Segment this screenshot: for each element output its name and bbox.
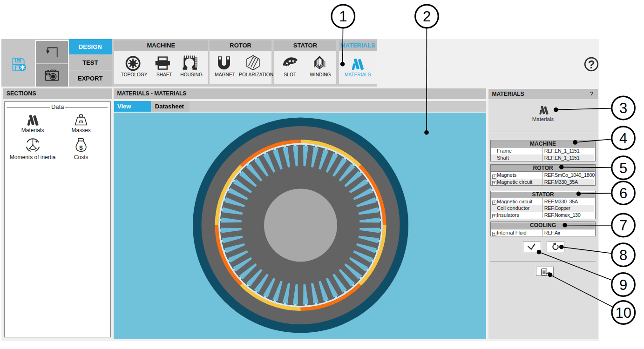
svg-text:2: 2 [423, 8, 431, 25]
svg-text:1: 1 [339, 8, 347, 25]
svg-text:9: 9 [619, 277, 627, 293]
svg-text:6: 6 [619, 185, 627, 201]
svg-text:4: 4 [619, 130, 627, 147]
svg-text:3: 3 [619, 100, 627, 116]
svg-text:7: 7 [619, 217, 627, 234]
svg-text:8: 8 [619, 247, 627, 263]
svg-text:?: ? [588, 58, 595, 71]
svg-text:5: 5 [619, 160, 627, 176]
svg-text:10: 10 [616, 305, 631, 321]
svg-text:$: $ [79, 144, 83, 151]
